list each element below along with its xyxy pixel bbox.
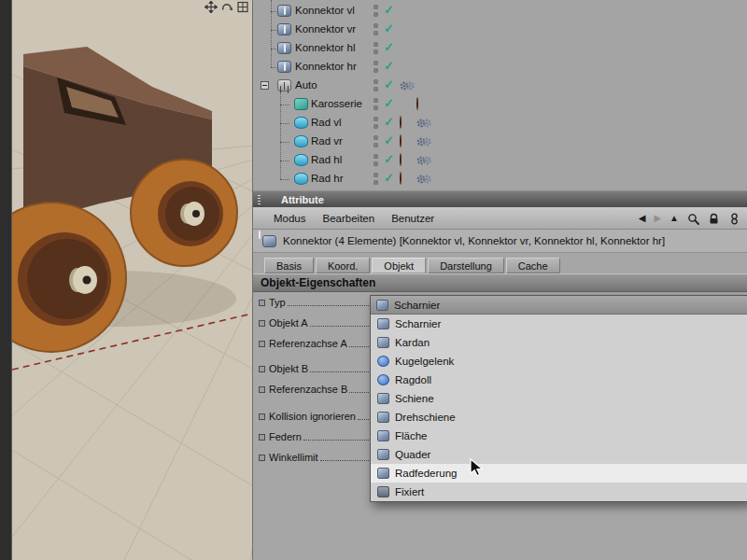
dynamics-sphere-tag-icon[interactable] — [400, 154, 415, 167]
dropdown-item-schiene[interactable]: Schiene — [371, 389, 747, 408]
gears-tag-icon[interactable] — [416, 135, 431, 148]
object-row-rad-vr[interactable]: Rad vr ✓ — [253, 133, 747, 151]
object-row-karosserie[interactable]: Karosserie ✓ — [253, 95, 747, 114]
search-icon[interactable] — [687, 213, 699, 225]
object-row-konnektor-vr[interactable]: Konnektor vr ✓ — [253, 21, 747, 39]
attribute-panel-titlebar[interactable]: Attribute — [253, 190, 747, 207]
gears-tag-icon[interactable] — [416, 154, 431, 167]
property-row-kollision-ignorieren: Kollision ignorieren — [259, 406, 371, 427]
property-label: Typ — [269, 297, 286, 308]
tab-objekt[interactable]: Objekt — [372, 258, 426, 273]
enabled-check-icon[interactable]: ✓ — [384, 97, 394, 110]
dropdown-selected-value[interactable]: Scharnier — [371, 296, 747, 315]
enabled-check-icon[interactable]: ✓ — [384, 172, 394, 185]
dropdown-item-label: Radfederung — [395, 468, 458, 479]
visibility-dots[interactable] — [374, 42, 378, 55]
enabled-check-icon[interactable]: ✓ — [384, 116, 394, 129]
object-label: Rad vl — [311, 117, 342, 128]
dropdown-item-drehschiene[interactable]: Drehschiene — [371, 408, 747, 427]
parent-up-icon[interactable]: ▲ — [669, 213, 679, 224]
tab-basis[interactable]: Basis — [264, 258, 314, 273]
drag-grip-icon[interactable] — [258, 195, 261, 204]
rotate-icon[interactable] — [220, 1, 233, 13]
gears-tag-icon[interactable] — [400, 79, 415, 92]
dynamics-sphere-tag-icon[interactable] — [416, 98, 431, 111]
history-forward-icon[interactable]: ▶ — [654, 213, 661, 224]
gears-tag-icon[interactable] — [416, 173, 431, 186]
visibility-dots[interactable] — [374, 117, 378, 130]
keyframe-marker-icon[interactable] — [259, 320, 265, 327]
object-row-konnektor-hr[interactable]: Konnektor hr ✓ — [253, 58, 747, 77]
gears-tag-icon[interactable] — [416, 117, 431, 130]
object-label: Konnektor hl — [295, 42, 356, 53]
property-row-federn: Federn — [259, 427, 371, 447]
dynamics-sphere-tag-icon[interactable] — [400, 173, 415, 186]
schiene-icon — [377, 393, 389, 404]
dynamics-sphere-tag-icon[interactable] — [400, 117, 415, 130]
tab-cache[interactable]: Cache — [506, 258, 560, 273]
property-label: Referenzachse B — [269, 384, 347, 395]
menu-benutzer[interactable]: Benutzer — [391, 213, 434, 224]
null-object-icon — [277, 79, 291, 91]
dropdown-item-flaeche[interactable]: Fläche — [371, 427, 747, 445]
keyframe-marker-icon[interactable] — [259, 455, 265, 461]
dynamics-sphere-tag-icon[interactable] — [400, 135, 415, 148]
visibility-dots[interactable] — [374, 61, 378, 74]
keyframe-marker-icon[interactable] — [259, 300, 265, 306]
dotted-leader — [303, 440, 369, 441]
object-row-auto[interactable]: Auto ✓ — [253, 77, 747, 95]
visibility-dots[interactable] — [374, 173, 378, 186]
visibility-dots[interactable] — [374, 98, 378, 111]
bind-mode-icon[interactable] — [728, 213, 740, 225]
lock-icon[interactable] — [708, 213, 720, 225]
history-back-icon[interactable]: ◀ — [639, 213, 646, 224]
dotted-leader — [349, 392, 369, 393]
object-row-konnektor-vl[interactable]: Konnektor vl ✓ — [253, 2, 747, 21]
section-header-objekt-eigenschaften[interactable]: Objekt-Eigenschaften — [253, 273, 747, 292]
dropdown-item-kardan[interactable]: Kardan — [371, 333, 747, 352]
menu-bearbeiten[interactable]: Bearbeiten — [323, 213, 375, 224]
dropdown-item-scharnier[interactable]: Scharnier — [371, 315, 747, 333]
visibility-dots[interactable] — [374, 135, 378, 148]
enabled-check-icon[interactable]: ✓ — [384, 22, 394, 35]
visibility-dots[interactable] — [374, 79, 378, 92]
dropdown-item-fixiert[interactable]: Fixiert — [371, 483, 747, 501]
wheel-object-icon — [294, 117, 308, 129]
keyframe-marker-icon[interactable] — [259, 341, 265, 347]
dropdown-item-quader[interactable]: Quader — [371, 445, 747, 464]
object-row-konnektor-hl[interactable]: Konnektor hl ✓ — [253, 39, 747, 58]
section-title: Objekt-Eigenschaften — [261, 276, 375, 289]
enabled-check-icon[interactable]: ✓ — [384, 60, 394, 73]
ragdoll-icon — [377, 374, 389, 385]
keyframe-marker-icon[interactable] — [259, 386, 265, 393]
object-row-rad-hl[interactable]: Rad hl ✓ — [253, 151, 747, 170]
window-edge — [0, 0, 12, 560]
collapse-expander-icon[interactable] — [261, 81, 269, 90]
property-label: Objekt A — [269, 317, 308, 329]
keyframe-marker-icon[interactable] — [259, 434, 265, 441]
attribute-menubar: Modus Bearbeiten Benutzer ◀ ▶ ▲ — [253, 207, 747, 230]
visibility-dots[interactable] — [374, 154, 378, 167]
pan-icon[interactable] — [204, 1, 218, 13]
dropdown-item-ragdoll[interactable]: Ragdoll — [371, 371, 747, 389]
enabled-check-icon[interactable]: ✓ — [384, 153, 394, 166]
enabled-check-icon[interactable]: ✓ — [384, 78, 394, 91]
visibility-dots[interactable] — [374, 5, 378, 18]
tab-darstellung[interactable]: Darstellung — [428, 258, 504, 273]
enabled-check-icon[interactable]: ✓ — [384, 41, 394, 54]
keyframe-marker-icon[interactable] — [259, 413, 265, 420]
object-row-rad-hr[interactable]: Rad hr ✓ — [253, 170, 747, 189]
menu-modus[interactable]: Modus — [274, 213, 306, 224]
enabled-check-icon[interactable]: ✓ — [384, 134, 394, 147]
enabled-check-icon[interactable]: ✓ — [384, 4, 394, 17]
keyframe-marker-icon[interactable] — [259, 366, 265, 372]
object-row-rad-vl[interactable]: Rad vl ✓ — [253, 114, 747, 133]
view-toggle-icon[interactable] — [236, 1, 249, 13]
object-label: Rad hl — [311, 154, 342, 165]
visibility-dots[interactable] — [374, 23, 378, 36]
dropdown-item-radfederung[interactable]: Radfederung — [371, 464, 747, 483]
kardan-icon — [377, 337, 389, 348]
tab-koord[interactable]: Koord. — [316, 258, 370, 273]
viewport-3d[interactable] — [12, 0, 252, 560]
dropdown-item-kugelgelenk[interactable]: Kugelgelenk — [371, 352, 747, 371]
